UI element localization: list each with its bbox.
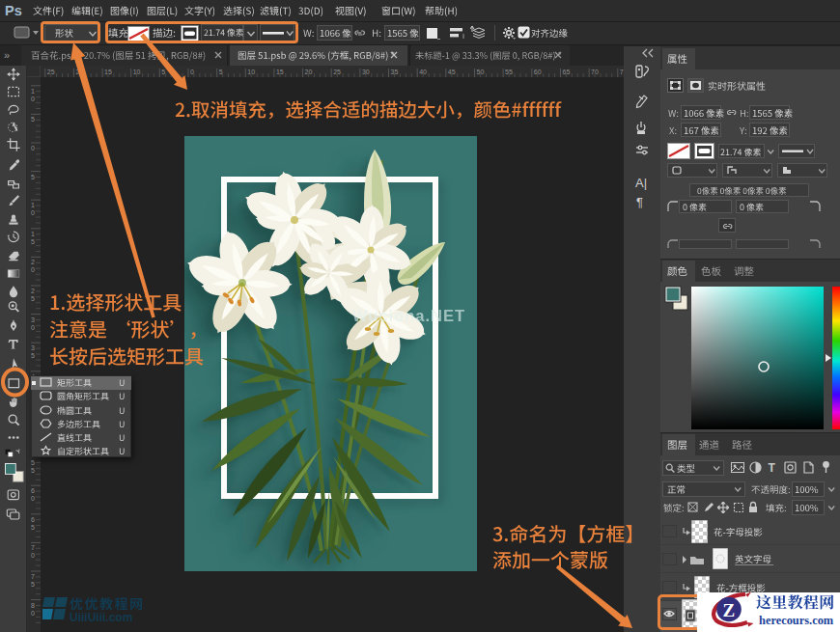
svg-text:Z: Z — [723, 600, 736, 620]
svg-text:¶: ¶ — [636, 195, 643, 209]
svg-text:A|: A| — [635, 176, 647, 190]
svg-text:UiiiUiii.com: UiiiUiii.com — [70, 611, 132, 624]
svg-text:T: T — [769, 461, 776, 474]
svg-text:herecours.com: herecours.com — [759, 614, 834, 627]
